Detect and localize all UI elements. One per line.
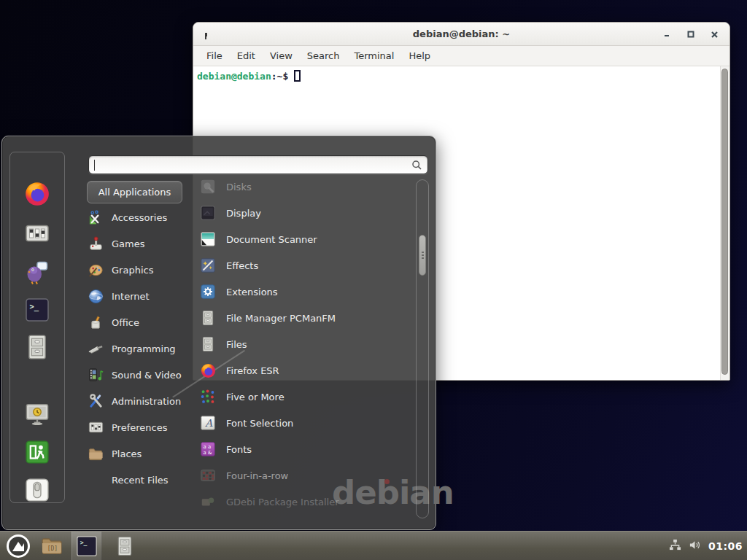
app-gdebi[interactable]: GDebi Package Installer xyxy=(199,489,414,515)
five-or-more-icon xyxy=(199,388,217,405)
file-cabinet-icon xyxy=(199,309,217,327)
menu-view[interactable]: View xyxy=(263,46,300,66)
category-sound-video[interactable]: Sound & Video xyxy=(87,362,196,388)
menu-edit[interactable]: Edit xyxy=(230,46,263,66)
svg-text:A: A xyxy=(204,417,213,429)
application-menu: debian xyxy=(1,136,436,530)
category-places[interactable]: Places xyxy=(87,440,196,467)
taskbar-folder-button[interactable]: [D] xyxy=(36,532,69,560)
category-preferences[interactable]: Preferences xyxy=(87,414,196,440)
file-cabinet-icon xyxy=(115,535,134,557)
app-extensions[interactable]: Extensions xyxy=(199,279,414,305)
shell-prompt: debian@debian:~$ xyxy=(197,70,301,82)
category-office[interactable]: Office xyxy=(87,309,196,335)
folder-icon: [D] xyxy=(41,536,64,556)
favorite-terminal[interactable]: >_ xyxy=(23,295,52,324)
app-label: Effects xyxy=(226,260,258,271)
places-icon xyxy=(87,445,104,462)
logout-icon xyxy=(25,440,50,464)
category-label: Programming xyxy=(112,343,176,354)
menu-search[interactable]: Search xyxy=(300,46,347,66)
category-administration[interactable]: Administration xyxy=(87,388,196,414)
fonts-icon: a a a & xyxy=(199,440,217,458)
taskbar-files-button[interactable] xyxy=(108,532,142,560)
font-selection-icon: A xyxy=(199,414,217,432)
thumb-grip xyxy=(422,257,424,259)
app-fonts[interactable]: a a a & Fonts xyxy=(199,436,414,462)
display-icon xyxy=(199,204,217,222)
category-label: Recent Files xyxy=(112,475,169,486)
category-label: Preferences xyxy=(112,422,167,433)
app-display[interactable]: Display xyxy=(199,200,414,226)
prompt-suffix: :~$ xyxy=(271,71,288,82)
shutdown-icon xyxy=(25,478,50,502)
system-tray: 01:06 xyxy=(669,532,743,560)
category-games[interactable]: Games xyxy=(87,230,196,257)
category-internet[interactable]: Internet xyxy=(87,283,196,309)
app-label: Files xyxy=(226,339,247,350)
disks-icon xyxy=(199,178,217,195)
desktop: debian@debian: ~ File Edit View Search T… xyxy=(0,0,747,560)
app-disks[interactable]: Disks xyxy=(199,174,414,200)
favorite-lock-screen[interactable] xyxy=(23,400,52,429)
menu-help[interactable]: Help xyxy=(401,46,438,66)
four-in-a-row-icon xyxy=(199,467,217,484)
terminal-titlebar[interactable]: debian@debian: ~ xyxy=(193,23,729,46)
network-icon[interactable] xyxy=(669,539,681,554)
clock[interactable]: 01:06 xyxy=(708,540,743,552)
app-label: Disks xyxy=(226,182,252,192)
all-applications-button[interactable]: All Applications xyxy=(87,181,182,203)
terminal-scrollbar[interactable] xyxy=(720,66,729,381)
favorite-logout[interactable] xyxy=(23,438,52,467)
file-cabinet-icon xyxy=(199,335,217,353)
category-accessories[interactable]: Accessories xyxy=(87,204,196,230)
preferences-icon xyxy=(87,419,104,436)
search-caret xyxy=(94,160,95,171)
app-font-selection[interactable]: A Font Selection xyxy=(199,410,414,436)
app-label: Five or More xyxy=(226,392,285,402)
app-files[interactable]: Files xyxy=(199,331,414,357)
effects-icon xyxy=(199,257,217,274)
category-programming[interactable]: Programming xyxy=(87,335,196,362)
office-icon xyxy=(87,314,104,331)
favorite-pidgin[interactable] xyxy=(23,257,52,287)
app-effects[interactable]: Effects xyxy=(199,252,414,279)
terminal-icon: >_ xyxy=(76,535,98,557)
app-pcmanfm[interactable]: File Manager PCManFM xyxy=(199,305,414,331)
category-label: Graphics xyxy=(112,265,153,276)
menu-scrollbar[interactable] xyxy=(416,179,429,518)
favorite-files[interactable] xyxy=(23,332,52,362)
menu-terminal[interactable]: Terminal xyxy=(347,46,401,66)
app-five-or-more[interactable]: Five or More xyxy=(199,384,414,410)
favorite-shutdown[interactable] xyxy=(23,475,52,505)
favorite-firefox[interactable] xyxy=(23,179,52,209)
menu-button[interactable] xyxy=(0,532,36,560)
category-recent-files[interactable]: Recent Files xyxy=(87,467,196,493)
close-icon[interactable] xyxy=(710,30,719,39)
favorite-settings[interactable] xyxy=(23,219,52,248)
app-four-in-a-row[interactable]: Four-in-a-row xyxy=(199,462,414,489)
menu-search-box[interactable] xyxy=(88,155,428,174)
firefox-icon xyxy=(199,362,217,379)
maximize-icon[interactable] xyxy=(686,30,695,39)
menu-scrollbar-thumb[interactable] xyxy=(419,235,426,276)
document-scanner-icon xyxy=(199,230,217,248)
menu-file[interactable]: File xyxy=(199,46,230,66)
app-label: Font Selection xyxy=(226,418,293,429)
terminal-scrollbar-thumb[interactable] xyxy=(721,69,728,375)
taskbar-terminal-button[interactable]: >_ xyxy=(71,532,102,560)
app-label: Document Scanner xyxy=(226,234,317,245)
volume-icon[interactable] xyxy=(689,539,701,554)
app-document-scanner[interactable]: Document Scanner xyxy=(199,226,414,252)
app-firefox-esr[interactable]: Firefox ESR xyxy=(199,357,414,384)
category-graphics[interactable]: Graphics xyxy=(87,257,196,283)
category-label: Places xyxy=(112,448,142,459)
window-icon xyxy=(204,30,210,38)
minimize-icon[interactable] xyxy=(662,30,671,39)
category-label: Internet xyxy=(112,291,150,302)
app-label: GDebi Package Installer xyxy=(226,497,339,508)
all-applications-label: All Applications xyxy=(98,187,171,198)
menu-logo-icon xyxy=(6,534,31,559)
category-list: Accessories Games xyxy=(87,204,196,493)
search-input[interactable] xyxy=(96,158,411,172)
